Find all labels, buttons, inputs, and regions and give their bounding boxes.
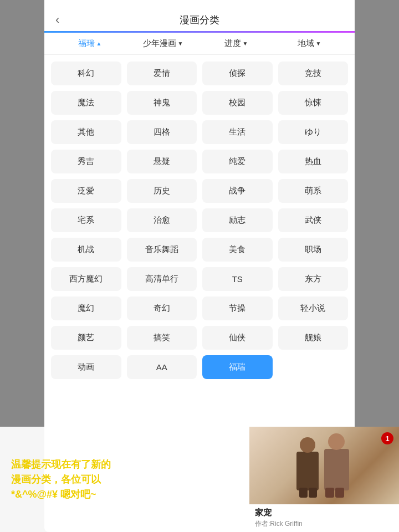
manga-cover-image: 1 <box>249 427 399 504</box>
tag-wuxia[interactable]: 武侠 <box>278 208 349 232</box>
manga-info: 家宠 作者:Rick Griffin <box>249 504 399 532</box>
notice-text: 温馨提示现在有了新的漫画分类，各位可以*&^%@#¥ 嗯对吧~ <box>11 457 238 502</box>
tag-lishi[interactable]: 历史 <box>127 179 197 203</box>
page-title: 漫画分类 <box>180 13 219 27</box>
tag-aa[interactable]: AA <box>127 355 197 379</box>
tag-jianniang[interactable]: 舰娘 <box>278 326 349 350</box>
svg-rect-6 <box>309 488 317 498</box>
tag-aiqing[interactable]: 爱情 <box>127 62 197 85</box>
manga-badge: 1 <box>381 432 393 444</box>
filter-region-label: 地域 <box>298 38 314 49</box>
tag-chunai[interactable]: 纯爱 <box>202 150 273 173</box>
filter-region-arrow: ▼ <box>316 40 321 47</box>
tag-xiaoyuan[interactable]: 校园 <box>202 91 273 115</box>
tag-xifangmouhuan[interactable]: 西方魔幻 <box>51 267 121 291</box>
tag-furui2[interactable]: 福瑞 <box>202 355 273 379</box>
tag-zhentan[interactable]: 侦探 <box>202 62 273 85</box>
tag-xiuji[interactable]: 秀吉 <box>51 150 121 173</box>
tags-grid: 科幻爱情侦探竞技魔法神鬼校园惊悚其他四格生活ゆり秀吉悬疑纯爱热血泛爱历史战争萌系… <box>51 62 348 379</box>
tag-sige[interactable]: 四格 <box>127 120 197 144</box>
tag-meishi[interactable]: 美食 <box>202 238 273 262</box>
tag-jiecao[interactable]: 节操 <box>202 296 273 320</box>
tag-zhanzheng[interactable]: 战争 <box>202 179 273 203</box>
svg-point-4 <box>328 433 345 450</box>
filter-furui-label: 福瑞 <box>78 38 95 49</box>
notice-box: 温馨提示现在有了新的漫画分类，各位可以*&^%@#¥ 嗯对吧~ <box>0 427 249 532</box>
tag-zhaixi[interactable]: 宅系 <box>51 208 121 232</box>
filter-progress[interactable]: 进度 ▼ <box>200 38 273 49</box>
filter-progress-arrow: ▼ <box>243 40 248 47</box>
tag-qihuan[interactable]: 奇幻 <box>127 296 197 320</box>
tag-yuri[interactable]: ゆり <box>278 120 349 144</box>
tag-gaoqingdanhang[interactable]: 高清单行 <box>127 267 197 291</box>
manga-preview[interactable]: 1 家宠 作者:Rick Griffin <box>249 427 399 532</box>
tag-yanyi[interactable]: 颜艺 <box>51 326 121 350</box>
tag-shenghuo[interactable]: 生活 <box>202 120 273 144</box>
tag-lizhi[interactable]: 励志 <box>202 208 273 232</box>
svg-point-2 <box>300 437 315 453</box>
svg-rect-8 <box>335 488 344 498</box>
filter-shonen[interactable]: 少年漫画 ▼ <box>126 38 200 49</box>
tag-mofa[interactable]: 魔法 <box>51 91 121 115</box>
filter-furui-arrow: ▲ <box>96 40 102 47</box>
tag-jingji[interactable]: 竞技 <box>278 62 349 85</box>
tag-jingsong[interactable]: 惊悚 <box>278 91 349 115</box>
filter-shonen-label: 少年漫画 <box>143 38 176 49</box>
tag-zhiyu[interactable]: 治愈 <box>127 208 197 232</box>
filter-bar: 福瑞 ▲ 少年漫画 ▼ 进度 ▼ 地域 ▼ <box>44 33 355 55</box>
svg-rect-3 <box>324 449 349 490</box>
filter-furui[interactable]: 福瑞 ▲ <box>53 38 126 49</box>
tag-gaixiao[interactable]: 搞笑 <box>127 326 197 350</box>
tag-qingxiaoshuo[interactable]: 轻小说 <box>278 296 349 320</box>
bottom-area: 温馨提示现在有了新的漫画分类，各位可以*&^%@#¥ 嗯对吧~ 1 <box>0 427 399 532</box>
tag-rexue[interactable]: 热血 <box>278 150 349 173</box>
manga-author: 作者:Rick Griffin <box>255 519 393 529</box>
tag-xuanyi[interactable]: 悬疑 <box>127 150 197 173</box>
svg-rect-5 <box>299 488 308 498</box>
tag-yinyuewudao[interactable]: 音乐舞蹈 <box>127 238 197 262</box>
tag-fanai[interactable]: 泛爱 <box>51 179 121 203</box>
tag-xianxia[interactable]: 仙侠 <box>202 326 273 350</box>
tag-jizhan[interactable]: 机战 <box>51 238 121 262</box>
header: ‹ 漫画分类 <box>44 0 355 31</box>
filter-region[interactable]: 地域 ▼ <box>273 38 346 49</box>
tag-ts[interactable]: TS <box>202 267 273 291</box>
tag-shengui[interactable]: 神鬼 <box>127 91 197 115</box>
filter-shonen-arrow: ▼ <box>178 40 183 47</box>
tag-dongfang[interactable]: 东方 <box>278 267 349 291</box>
svg-rect-1 <box>296 452 319 490</box>
tag-zhichang[interactable]: 职场 <box>278 238 349 262</box>
tag-qita[interactable]: 其他 <box>51 120 121 144</box>
tag-kehuan[interactable]: 科幻 <box>51 62 121 85</box>
tag-donghua[interactable]: 动画 <box>51 355 121 379</box>
manga-title: 家宠 <box>255 508 393 518</box>
manga-illustration <box>291 429 357 502</box>
svg-rect-7 <box>325 488 334 498</box>
filter-progress-label: 进度 <box>224 38 241 49</box>
tag-mohuan[interactable]: 魔幻 <box>51 296 121 320</box>
tag-meng[interactable]: 萌系 <box>278 179 349 203</box>
back-button[interactable]: ‹ <box>55 11 64 29</box>
